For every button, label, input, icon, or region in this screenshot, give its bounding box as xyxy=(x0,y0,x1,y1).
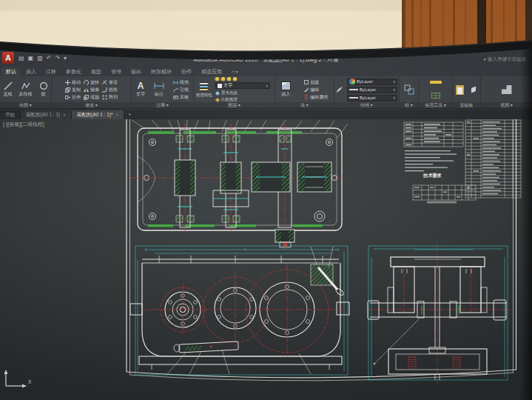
tech-req-title: 技术要求 xyxy=(422,173,442,179)
tool-mirror[interactable]: 镜像 xyxy=(84,87,99,93)
panel-label-properties[interactable]: 特性 ▾ xyxy=(334,102,399,109)
panel-label-layers[interactable]: 图层 ▾ xyxy=(194,102,275,109)
linetype-dropdown[interactable]: ByLayer ▾ xyxy=(347,95,397,101)
edit-attrs-icon xyxy=(304,95,309,99)
tool-label: 多段线 xyxy=(19,91,33,98)
tab-parametric[interactable]: 参数化 xyxy=(61,67,86,76)
color-value: ByLayer xyxy=(357,79,373,84)
quick-select-icon[interactable] xyxy=(431,93,440,99)
tool-line[interactable]: 直线 xyxy=(4,81,13,98)
ribbon-display-toggle-icon[interactable]: ▭▾ xyxy=(232,67,238,76)
panel-annotate: A 文字 标注 线性 引线 表格 注释 ▾ xyxy=(132,76,194,109)
oil-gauge xyxy=(167,341,311,374)
file-tab-doc1[interactable]: 装配图(A0 1 : 1)× xyxy=(21,110,72,119)
panel-label-modify[interactable]: 修改 ▾ xyxy=(52,102,131,109)
ucs-x-label: X xyxy=(28,379,32,384)
tool-scale[interactable]: 缩放 xyxy=(84,94,99,101)
window-title: Autodesk AutoCAD 2020 装配图(A0 1 : 1).dwg:… xyxy=(0,56,532,64)
file-tab-start[interactable]: 开始 xyxy=(0,110,21,119)
tool-move[interactable]: 移动 xyxy=(65,79,81,86)
tool-match-layer[interactable]: 匹配图层 xyxy=(215,97,275,102)
search-caret-icon: ▸ xyxy=(484,56,486,61)
tool-fillet[interactable]: 圆角 xyxy=(102,87,118,93)
photo-of-monitor: A ▤ ▣ ▥ ↶ ↷ ▾ Autodesk AutoCAD 2020 装配图(… xyxy=(0,0,532,400)
chevron-down-icon: ▾ xyxy=(393,87,395,92)
tab-view[interactable]: 视图 xyxy=(87,67,106,76)
tool-stretch[interactable]: 拉伸 xyxy=(65,94,81,101)
title-bar: A ▤ ▣ ▥ ↶ ↷ ▾ Autodesk AutoCAD 2020 装配图(… xyxy=(0,55,532,67)
tool-edit-block[interactable]: 编辑 xyxy=(304,87,328,93)
help-search-field[interactable]: ▸ 输入关键字或短语 xyxy=(484,56,526,63)
layer-lock-icon[interactable] xyxy=(227,77,231,81)
tab-output[interactable]: 输出 xyxy=(127,67,146,76)
tool-linear-dim[interactable]: 线性 xyxy=(173,79,189,86)
ribbon-tab-bar: 默认 插入 注释 参数化 视图 管理 输出 附加模块 协作 精选应用 ▭▾ xyxy=(1,67,238,76)
block-cube-icon xyxy=(281,81,291,90)
lineweight-dropdown[interactable]: ByLayer ▾ xyxy=(347,87,397,93)
panel-label-groups[interactable]: 组 ▾ xyxy=(400,102,418,109)
panel-label-annotate[interactable]: 注释 ▾ xyxy=(132,102,193,109)
tab-annotate[interactable]: 注释 xyxy=(41,67,61,76)
array-icon xyxy=(102,95,107,100)
panel-label-view[interactable]: 视图 ▾ xyxy=(481,102,532,109)
layer-plot-icon[interactable] xyxy=(233,77,237,81)
base-point-icon[interactable] xyxy=(502,85,512,94)
ucs-icon: X xyxy=(4,370,33,388)
tool-table[interactable]: 表格 xyxy=(173,94,189,101)
panel-label-block[interactable]: 块 ▾ xyxy=(275,102,334,109)
tool-circle[interactable]: 圆 xyxy=(39,81,48,98)
tool-polyline[interactable]: 多段线 xyxy=(19,81,33,98)
tool-leader[interactable]: 引线 xyxy=(173,87,189,93)
tool-label: 直线 xyxy=(4,91,13,98)
close-icon[interactable]: × xyxy=(63,110,66,119)
tool-dimension[interactable]: 标注 xyxy=(154,81,164,98)
tab-featured-apps[interactable]: 精选应用 xyxy=(197,67,226,76)
layer-color-swatch xyxy=(218,84,222,88)
tool-create-block[interactable]: 创建 xyxy=(304,79,328,86)
tab-addins[interactable]: 附加模块 xyxy=(147,67,176,76)
match-properties-icon[interactable] xyxy=(336,87,343,93)
copy-clip-icon[interactable] xyxy=(471,86,477,94)
panel-label-utilities[interactable]: 实用工具 ▾ xyxy=(419,102,452,109)
new-drawing-tab-button[interactable]: + xyxy=(124,110,135,119)
leader-icon xyxy=(173,88,178,92)
panel-properties: ByLayer ▾ ByLayer ▾ ByLayer ▾ xyxy=(334,76,400,109)
tab-collaborate[interactable]: 协作 xyxy=(177,67,196,76)
panel-label-clipboard[interactable]: 剪贴板 xyxy=(453,102,480,109)
tool-label: 图层特性 xyxy=(196,93,212,98)
drawing-content: 技术要求 xyxy=(0,119,532,400)
tab-insert[interactable]: 插入 xyxy=(21,67,41,76)
tool-text[interactable]: A 文字 xyxy=(136,81,145,98)
current-layer-dropdown[interactable]: 文字 ▾ xyxy=(215,82,270,89)
group-icon[interactable] xyxy=(404,84,414,95)
panel-layers: 图层特性 文字 ▾ xyxy=(194,76,275,109)
search-placeholder: 输入关键字或短语 xyxy=(488,56,526,61)
paste-icon[interactable] xyxy=(456,85,464,95)
measure-icon[interactable] xyxy=(430,81,442,84)
tool-make-current[interactable]: 置为当前 xyxy=(215,90,275,96)
tool-array[interactable]: 阵列 xyxy=(102,94,118,101)
file-tab-doc2-active[interactable]: 装配图(A0 1 : 1)*× xyxy=(72,110,124,119)
panel-clipboard: 剪贴板 xyxy=(453,76,481,109)
tool-layer-properties[interactable]: 图层特性 xyxy=(196,82,212,98)
table-icon xyxy=(173,96,178,99)
tool-copy[interactable]: 复制 xyxy=(65,87,81,93)
tool-edit-attributes[interactable]: 编辑属性 xyxy=(304,94,328,101)
layer-thaw-icon[interactable] xyxy=(221,77,225,81)
object-color-dropdown[interactable]: ByLayer ▾ xyxy=(347,79,397,85)
polyline-icon xyxy=(21,81,30,90)
model-space-canvas[interactable]: [-][俯视][二维线框] xyxy=(0,119,532,400)
tab-manage[interactable]: 管理 xyxy=(107,67,126,76)
text-icon: A xyxy=(138,81,144,90)
tool-insert-block[interactable]: 插入 xyxy=(281,81,291,98)
tool-trim[interactable]: 修剪 xyxy=(102,79,118,86)
copy-icon xyxy=(65,87,70,93)
tool-rotate[interactable]: 旋转 xyxy=(84,79,99,86)
viewport-controls[interactable]: [-][俯视][二维线框] xyxy=(3,121,44,128)
intermediate-shaft xyxy=(213,130,249,227)
tab-home[interactable]: 默认 xyxy=(1,67,21,76)
dipstick xyxy=(311,247,345,296)
layer-on-icon[interactable] xyxy=(215,77,219,81)
panel-label-draw[interactable]: 绘图 ▾ xyxy=(0,102,51,109)
close-icon[interactable]: × xyxy=(116,110,119,119)
